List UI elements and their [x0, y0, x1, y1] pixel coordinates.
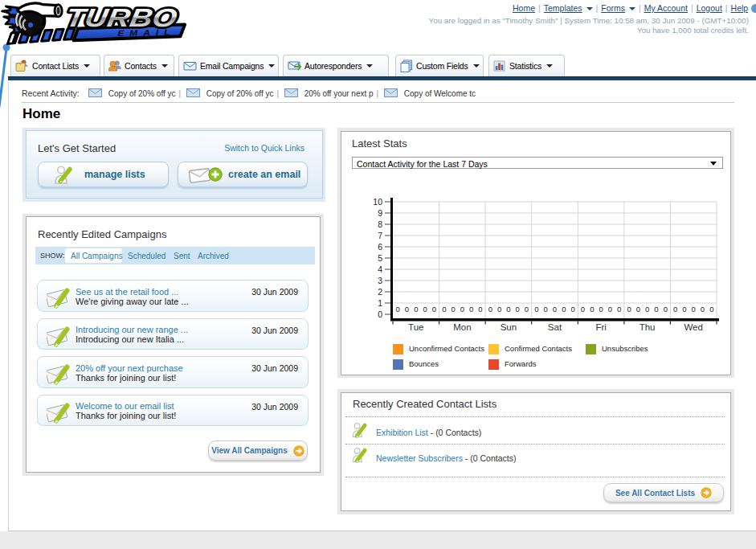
- svg-text:0: 0: [709, 305, 713, 313]
- svg-text:0: 0: [544, 305, 548, 313]
- svg-text:0: 0: [627, 305, 631, 313]
- svg-text:0: 0: [432, 305, 436, 313]
- svg-text:0: 0: [525, 305, 529, 313]
- svg-text:0: 0: [692, 305, 696, 313]
- svg-text:0: 0: [497, 305, 501, 313]
- svg-text:0: 0: [460, 305, 464, 313]
- svg-text:10: 10: [373, 197, 382, 207]
- svg-text:0: 0: [553, 305, 557, 313]
- svg-text:0: 0: [664, 305, 668, 313]
- svg-text:0: 0: [451, 305, 455, 313]
- svg-text:0: 0: [701, 305, 705, 313]
- svg-text:0: 0: [396, 305, 400, 313]
- svg-text:TURBO: TURBO: [63, 3, 179, 32]
- svg-text:0: 0: [423, 305, 427, 313]
- svg-text:0: 0: [636, 305, 640, 313]
- svg-text:0: 0: [469, 305, 473, 313]
- svg-text:0: 0: [534, 305, 538, 313]
- svg-text:0: 0: [442, 305, 446, 313]
- svg-text:0: 0: [654, 305, 658, 313]
- svg-text:2: 2: [378, 287, 382, 297]
- svg-text:Wed: Wed: [684, 322, 702, 332]
- svg-text:9: 9: [378, 208, 382, 218]
- svg-text:0: 0: [506, 305, 510, 313]
- svg-text:0: 0: [516, 305, 520, 313]
- svg-text:0: 0: [570, 305, 574, 313]
- svg-text:0: 0: [682, 305, 686, 313]
- svg-text:Sat: Sat: [548, 322, 562, 332]
- svg-text:3: 3: [378, 276, 382, 285]
- svg-text:Sun: Sun: [501, 322, 517, 332]
- svg-text:0: 0: [673, 305, 677, 313]
- svg-text:0: 0: [590, 305, 594, 313]
- svg-text:8: 8: [378, 219, 382, 229]
- svg-text:0: 0: [617, 305, 621, 313]
- svg-text:0: 0: [645, 305, 649, 313]
- svg-text:0: 0: [599, 305, 603, 313]
- svg-text:Mon: Mon: [453, 322, 471, 332]
- svg-text:0: 0: [488, 305, 492, 313]
- svg-text:1: 1: [378, 298, 382, 308]
- svg-text:4: 4: [378, 264, 382, 274]
- svg-text:Tue: Tue: [408, 322, 423, 332]
- svg-text:0: 0: [608, 305, 612, 313]
- svg-text:0: 0: [378, 309, 382, 319]
- svg-text:6: 6: [378, 242, 382, 252]
- svg-text:0: 0: [405, 305, 409, 313]
- svg-text:0: 0: [414, 305, 418, 313]
- svg-text:Fri: Fri: [595, 322, 606, 332]
- svg-text:0: 0: [562, 305, 566, 313]
- svg-text:Thu: Thu: [640, 322, 656, 332]
- svg-text:5: 5: [378, 253, 382, 263]
- svg-text:0: 0: [478, 305, 482, 313]
- svg-text:0: 0: [581, 305, 585, 313]
- svg-text:7: 7: [378, 231, 382, 240]
